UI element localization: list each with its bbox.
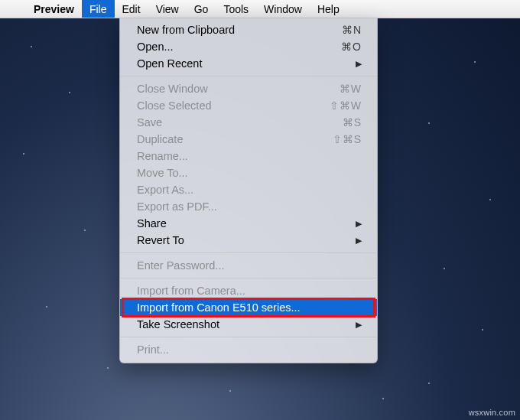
menu-item-rename: Rename... [120,148,377,164]
apple-menu-icon[interactable] [0,0,26,18]
menu-item-enter-password: Enter Password... [120,257,377,274]
menu-item-export-as-pdf: Export as PDF... [120,198,377,215]
menu-item-label: Open Recent [137,57,351,70]
submenu-arrow-icon: ▶ [356,236,362,246]
menu-item-revert-to[interactable]: Revert To▶ [120,232,377,249]
menu-item-export-as: Export As... [120,181,377,198]
menu-item-duplicate: Duplicate⇧⌘S [120,131,377,148]
menu-item-label: Close Selected [137,99,320,112]
menu-item-label: Print... [137,343,362,356]
app-menu[interactable]: Preview [26,0,82,18]
menu-item-label: Duplicate [137,133,320,145]
menu-item-print: Print... [120,341,377,358]
menu-separator [121,337,376,337]
menu-item-open-recent[interactable]: Open Recent▶ [120,55,377,72]
menu-item-label: Rename... [137,150,362,162]
menu-help[interactable]: Help [310,0,347,18]
menu-item-shortcut: ⌘N [320,24,362,36]
menu-item-label: Open... [137,41,320,53]
menu-item-label: Revert To [137,234,351,246]
submenu-arrow-icon: ▶ [356,59,362,69]
menu-item-label: Import from Canon E510 series... [137,301,362,314]
menu-item-shortcut: ⌘W [320,83,362,95]
menu-edit[interactable]: Edit [115,0,148,18]
menu-bar: Preview FileEditViewGoToolsWindowHelp [0,0,520,18]
menu-separator [121,76,376,77]
menu-item-label: Export as PDF... [137,200,362,213]
menu-separator [121,278,376,278]
menu-item-take-screenshot[interactable]: Take Screenshot▶ [120,316,377,333]
menu-item-label: Close Window [137,83,320,95]
watermark-text: wsxwin.com [469,408,515,417]
menu-item-import-from-camera: Import from Camera... [120,282,377,299]
menu-file[interactable]: File [82,0,115,18]
menu-tools[interactable]: Tools [216,0,256,18]
submenu-arrow-icon: ▶ [356,219,362,229]
desktop-wallpaper: Preview FileEditViewGoToolsWindowHelp Ne… [0,0,520,420]
menu-item-label: New from Clipboard [137,24,320,36]
menu-item-label: Enter Password... [137,259,362,272]
menu-item-share[interactable]: Share▶ [120,215,377,232]
menu-item-move-to: Move To... [120,164,377,181]
menu-item-close-window: Close Window⌘W [120,80,377,97]
file-menu-dropdown: New from Clipboard⌘NOpen...⌘OOpen Recent… [119,18,378,363]
menu-view[interactable]: View [148,0,187,18]
menu-item-label: Move To... [137,167,362,179]
menu-item-label: Export As... [137,184,362,196]
menu-item-shortcut: ⇧⌘W [320,99,362,112]
menu-go[interactable]: Go [187,0,216,18]
menu-item-label: Share [137,217,351,230]
menu-item-label: Save [137,116,320,129]
menu-item-shortcut: ⌘S [320,116,362,129]
menu-separator [121,252,376,253]
submenu-arrow-icon: ▶ [356,320,362,330]
menu-item-save: Save⌘S [120,114,377,131]
menu-item-label: Take Screenshot [137,318,351,330]
menu-item-shortcut: ⇧⌘S [320,133,362,145]
menu-item-open[interactable]: Open...⌘O [120,38,377,55]
menu-item-new-from-clipboard[interactable]: New from Clipboard⌘N [120,21,377,38]
menu-item-label: Import from Camera... [137,285,362,297]
menu-window[interactable]: Window [256,0,310,18]
menu-item-import-from-canon-e510-series[interactable]: Import from Canon E510 series... [120,299,377,316]
menu-item-shortcut: ⌘O [320,41,362,53]
menu-item-close-selected: Close Selected⇧⌘W [120,97,377,114]
